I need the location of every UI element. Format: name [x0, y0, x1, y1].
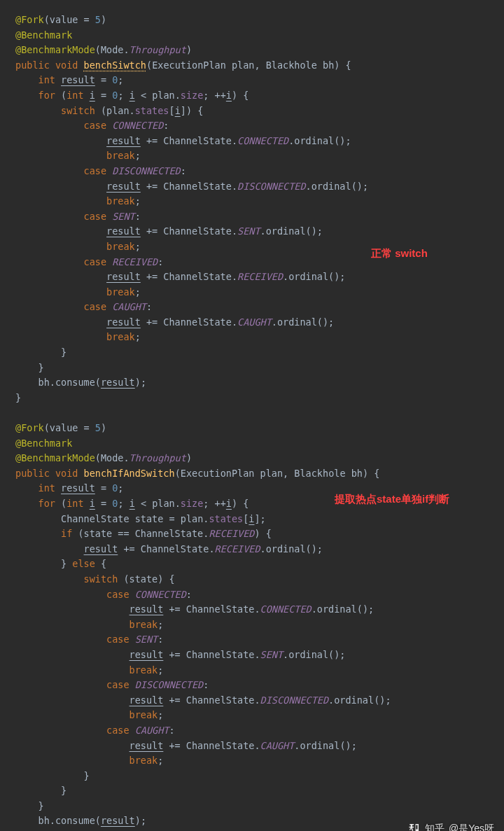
method-benchswitch: benchSiwtch [84, 60, 146, 71]
annotation-benchmode: @BenchmarkMode [15, 44, 95, 55]
watermark: 知乎 @是Yes呀 [408, 820, 494, 831]
method-benchifswitch: benchIfAndSwitch [84, 468, 175, 479]
annotation-fork: @Fork [15, 14, 44, 25]
annotation-hotpath-if: 提取热点state单独if判断 [335, 491, 496, 506]
zhihu-icon [408, 822, 421, 831]
code-block: @Fork(value = 5) @Benchmark @BenchmarkMo… [15, 13, 491, 829]
annotation-normal-switch: 正常 switch [371, 245, 428, 262]
annotation-benchmark: @Benchmark [15, 29, 72, 41]
